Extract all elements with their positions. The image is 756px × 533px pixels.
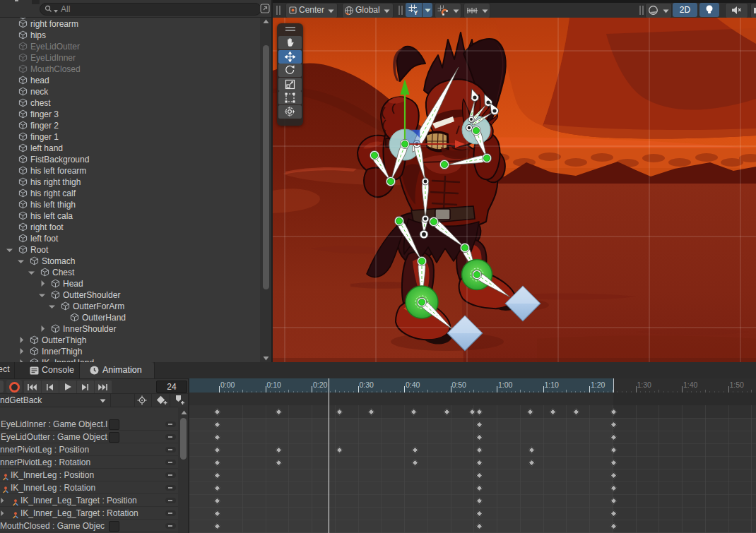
svg-text:Y: Y: [414, 9, 418, 16]
